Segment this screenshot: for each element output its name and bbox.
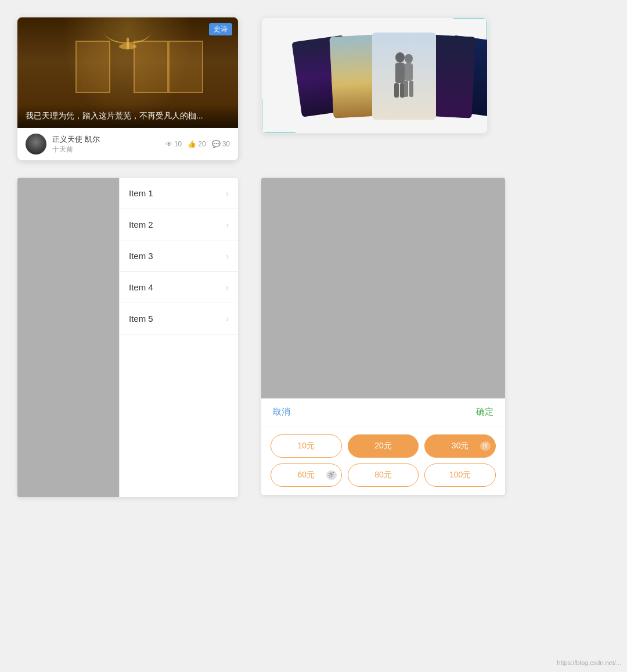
list-sidebar bbox=[17, 178, 119, 497]
carousel-images bbox=[262, 18, 487, 133]
post-caption: 我已天理为凭，踏入这片荒芜，不再受凡人的枷... bbox=[26, 110, 230, 122]
carousel-card bbox=[261, 17, 488, 134]
list-item-label: Item 4 bbox=[129, 282, 153, 292]
svg-point-4 bbox=[405, 54, 413, 63]
list-item-label: Item 3 bbox=[129, 251, 153, 261]
watermark: https://blog.csdn.net/... bbox=[557, 659, 621, 666]
chevron-right-icon: › bbox=[226, 189, 229, 198]
post-username: 正义天使 凯尔 bbox=[52, 134, 160, 145]
list-item[interactable]: Item 4 › bbox=[120, 272, 238, 303]
chevron-right-icon: › bbox=[226, 283, 229, 292]
list-item[interactable]: Item 2 › bbox=[120, 209, 238, 240]
carousel-image-3 bbox=[372, 33, 436, 120]
thumb-icon: 👍 bbox=[188, 140, 196, 148]
list-item[interactable]: Item 3 › bbox=[120, 240, 238, 272]
post-user-info: 正义天使 凯尔 十天前 bbox=[52, 134, 160, 154]
list-item-label: Item 1 bbox=[129, 188, 153, 198]
post-likes: 👍 20 bbox=[188, 140, 206, 148]
chevron-right-icon: › bbox=[226, 220, 229, 229]
price-badge: 折 bbox=[480, 441, 491, 451]
post-meta: 正义天使 凯尔 十天前 👁 10 👍 20 💬 30 bbox=[17, 128, 238, 160]
post-image: 我已天理为凭，踏入这片荒芜，不再受凡人的枷... 史诗 bbox=[17, 17, 238, 128]
svg-rect-1 bbox=[395, 63, 405, 83]
confirm-button[interactable]: 确定 bbox=[476, 407, 493, 418]
price-option-20[interactable]: 20元 bbox=[348, 434, 419, 458]
price-badge: 折 bbox=[326, 470, 337, 480]
list-card-border-tl bbox=[17, 178, 45, 205]
svg-point-0 bbox=[395, 52, 405, 63]
price-option-60[interactable]: 60元 折 bbox=[271, 463, 342, 487]
svg-rect-3 bbox=[400, 83, 405, 98]
avatar bbox=[26, 134, 46, 154]
list-item[interactable]: Item 1 › bbox=[120, 178, 238, 209]
eye-icon: 👁 bbox=[165, 140, 172, 148]
svg-rect-7 bbox=[409, 81, 413, 97]
post-comments: 💬 30 bbox=[212, 140, 230, 148]
svg-rect-2 bbox=[394, 83, 399, 98]
post-card: 我已天理为凭，踏入这片荒芜，不再受凡人的枷... 史诗 正义天使 凯尔 十天前 … bbox=[17, 17, 238, 160]
price-grid: 10元 20元 30元 折 60元 折 80元 100元 bbox=[261, 426, 505, 495]
chevron-right-icon: › bbox=[226, 314, 229, 324]
chevron-right-icon: › bbox=[226, 251, 229, 261]
price-option-80[interactable]: 80元 bbox=[348, 463, 419, 487]
list-items: Item 1 › Item 2 › Item 3 › Item 4 › Item… bbox=[119, 178, 238, 497]
comment-icon: 💬 bbox=[212, 140, 221, 148]
post-views: 👁 10 bbox=[165, 140, 182, 148]
list-item[interactable]: Item 5 › bbox=[120, 303, 238, 335]
list-item-label: Item 5 bbox=[129, 314, 153, 324]
post-image-overlay: 我已天理为凭，踏入这片荒芜，不再受凡人的枷... bbox=[17, 105, 238, 128]
price-option-10[interactable]: 10元 bbox=[271, 434, 342, 458]
price-option-30[interactable]: 30元 折 bbox=[424, 434, 496, 458]
svg-rect-6 bbox=[404, 81, 408, 97]
post-stats: 👁 10 👍 20 💬 30 bbox=[165, 140, 230, 148]
list-card-border-br bbox=[211, 470, 238, 497]
list-item-label: Item 2 bbox=[129, 220, 153, 229]
right-panel-image bbox=[261, 178, 505, 398]
right-panel-actions: 取消 确定 bbox=[261, 398, 505, 426]
post-time: 十天前 bbox=[52, 145, 160, 154]
list-card: Item 1 › Item 2 › Item 3 › Item 4 › Item… bbox=[17, 178, 238, 497]
price-option-100[interactable]: 100元 bbox=[424, 463, 496, 487]
right-panel-card: 取消 确定 10元 20元 30元 折 60元 折 80元 100元 bbox=[261, 178, 505, 495]
epic-badge: 史诗 bbox=[209, 23, 232, 35]
cancel-button[interactable]: 取消 bbox=[273, 407, 290, 418]
svg-rect-5 bbox=[405, 63, 413, 81]
